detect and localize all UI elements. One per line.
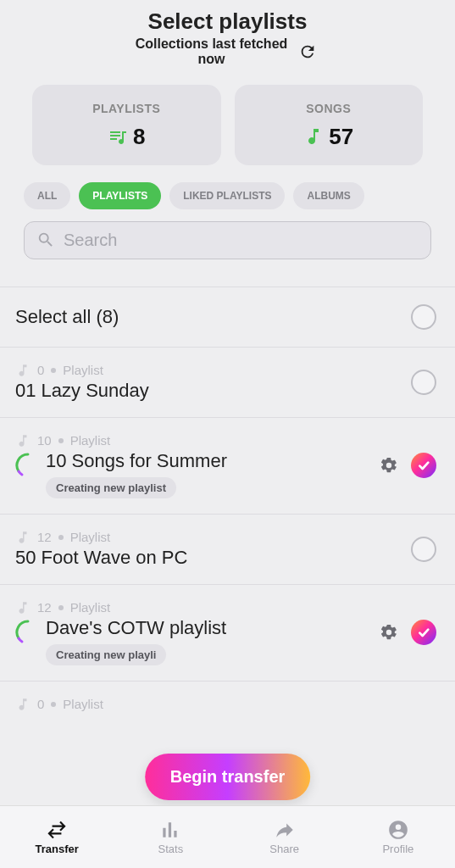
list-item[interactable]: 12 Playlist 50 Foot Wave on PC <box>0 515 455 585</box>
header: Select playlists Collections last fetche… <box>0 0 455 71</box>
refresh-icon <box>298 42 317 61</box>
item-type: Playlist <box>63 363 103 377</box>
stats-row: PLAYLISTS 8 SONGS 57 <box>0 71 455 177</box>
list-item[interactable]: 0 Playlist <box>0 682 455 727</box>
item-radio[interactable] <box>411 370 436 395</box>
tab-label: Stats <box>158 843 184 855</box>
search-container <box>0 221 455 268</box>
filter-all[interactable]: ALL <box>24 182 70 209</box>
songs-card[interactable]: SONGS 57 <box>235 85 424 165</box>
item-title: Dave's COTW playlist <box>46 617 226 639</box>
transfer-icon <box>46 819 68 841</box>
music-note-icon <box>303 126 324 147</box>
fetch-status-row: Collections last fetched now <box>0 36 455 68</box>
tab-transfer[interactable]: Transfer <box>0 806 114 868</box>
separator-dot <box>51 702 56 707</box>
item-selected-check[interactable] <box>411 453 436 478</box>
music-note-icon <box>15 600 31 615</box>
progress-arc <box>15 453 41 478</box>
playlist-list: Select all (8) 0 Playlist 01 Lazy Sunday <box>0 287 455 727</box>
page-title: Select playlists <box>0 8 455 35</box>
check-icon <box>417 459 430 472</box>
profile-icon <box>387 819 409 841</box>
item-title: 50 Foot Wave on PC <box>15 547 411 569</box>
songs-count: 57 <box>329 124 353 150</box>
filter-playlists[interactable]: PLAYLISTS <box>79 182 161 209</box>
select-all-row[interactable]: Select all (8) <box>0 287 455 348</box>
search-box[interactable] <box>24 221 431 259</box>
progress-arc <box>15 620 41 645</box>
select-all-label: Select all (8) <box>15 306 411 328</box>
item-count: 10 <box>37 433 52 448</box>
item-selected-check[interactable] <box>411 620 436 645</box>
songs-label: SONGS <box>243 102 415 115</box>
music-note-icon <box>15 363 31 378</box>
item-settings-button[interactable] <box>377 620 401 644</box>
item-type: Playlist <box>70 530 111 544</box>
music-note-icon <box>15 530 31 545</box>
tab-profile[interactable]: Profile <box>341 806 455 868</box>
playlist-icon <box>108 126 128 147</box>
tab-bar: Transfer Stats Share Profile <box>0 805 455 868</box>
item-title: 10 Songs for Summer <box>46 450 227 472</box>
search-icon <box>36 231 55 249</box>
item-type: Playlist <box>63 697 103 711</box>
share-icon <box>274 819 296 841</box>
stats-icon <box>159 819 181 841</box>
item-settings-button[interactable] <box>377 453 401 477</box>
separator-dot <box>51 368 56 373</box>
item-count: 0 <box>37 363 44 377</box>
select-all-radio[interactable] <box>411 304 436 330</box>
filter-chips: ALL PLAYLISTS LIKED PLAYLISTS ALBUMS <box>0 177 455 221</box>
search-input[interactable] <box>64 231 419 250</box>
item-count: 12 <box>37 530 52 544</box>
item-type: Playlist <box>70 600 111 615</box>
music-note-icon <box>15 697 31 712</box>
refresh-button[interactable] <box>296 40 319 64</box>
gear-icon <box>380 623 398 642</box>
playlists-count: 8 <box>133 124 145 150</box>
separator-dot <box>58 438 64 443</box>
tab-share[interactable]: Share <box>228 806 341 868</box>
playlists-card[interactable]: PLAYLISTS 8 <box>32 85 221 165</box>
filter-albums[interactable]: ALBUMS <box>293 182 363 209</box>
status-badge: Creating new playli <box>46 644 166 665</box>
separator-dot <box>58 535 64 540</box>
check-icon <box>417 626 430 639</box>
fetch-status-text: Collections last fetched now <box>136 36 288 68</box>
filter-liked-playlists[interactable]: LIKED PLAYLISTS <box>169 182 285 209</box>
tab-label: Share <box>269 843 299 855</box>
tab-stats[interactable]: Stats <box>114 806 227 868</box>
tab-label: Profile <box>382 843 413 855</box>
item-radio[interactable] <box>411 537 436 562</box>
list-item[interactable]: 10 Playlist 10 Songs for Summer Creating… <box>0 418 455 515</box>
gear-icon <box>380 456 398 475</box>
music-note-icon <box>15 433 31 448</box>
tab-label: Transfer <box>35 843 78 855</box>
list-item[interactable]: 0 Playlist 01 Lazy Sunday <box>0 348 455 418</box>
status-badge: Creating new playlist <box>46 477 176 498</box>
item-title: 01 Lazy Sunday <box>15 380 411 402</box>
item-count: 12 <box>37 600 52 615</box>
begin-transfer-button[interactable]: Begin transfer <box>145 754 311 800</box>
list-item[interactable]: 12 Playlist Dave's COTW playlist Creatin… <box>0 585 455 682</box>
playlists-label: PLAYLISTS <box>41 102 213 115</box>
separator-dot <box>58 605 64 610</box>
item-type: Playlist <box>70 433 111 448</box>
item-count: 0 <box>37 697 44 711</box>
